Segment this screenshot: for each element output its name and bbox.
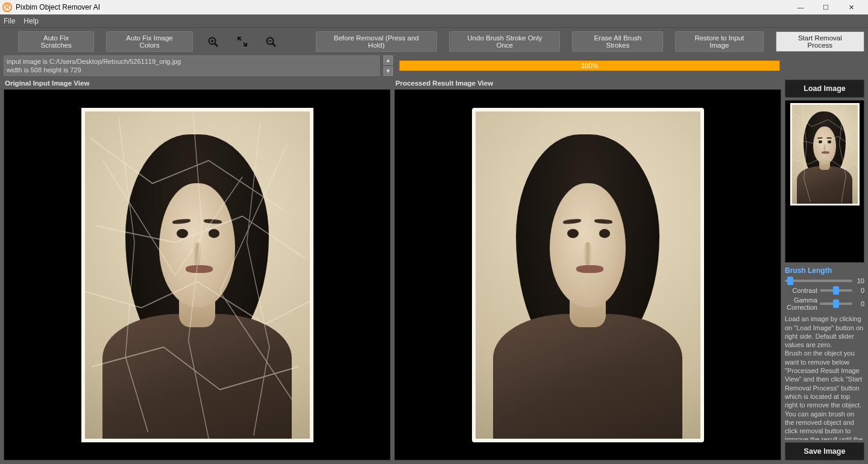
processed-image-view[interactable] [394, 89, 781, 460]
original-pane: Original Input Image View [4, 80, 391, 460]
processed-pane-label: Processed Result Image View [394, 80, 781, 87]
log-scroll: ▲ ▼ [383, 55, 393, 76]
start-removal-button[interactable]: Start Removal Process [776, 31, 864, 52]
thumbnail-photo [790, 103, 860, 205]
auto-fix-scratches-button[interactable]: Auto Fix Scratches [18, 31, 94, 52]
scroll-up-icon[interactable]: ▲ [383, 55, 393, 65]
window-title: Pixbim Object Remover AI [16, 3, 100, 11]
contrast-label: Contrast [785, 287, 817, 294]
before-removal-button[interactable]: Before Removal (Press and Hold) [316, 31, 438, 52]
maximize-icon[interactable]: ☐ [819, 4, 833, 11]
title-bar: R Pixbim Object Remover AI — ☐ ✕ [0, 0, 868, 14]
gamma-value: 0 [855, 300, 864, 307]
original-image-view[interactable] [4, 89, 391, 460]
brush-length-value: 10 [855, 277, 864, 284]
svg-line-1 [215, 43, 218, 46]
brush-length-slider[interactable]: 10 [785, 277, 864, 284]
app-logo-icon: R [2, 2, 12, 12]
menu-help[interactable]: Help [24, 17, 39, 25]
auto-fix-colors-button[interactable]: Auto Fix Image Colors [106, 31, 193, 52]
scroll-down-icon[interactable]: ▼ [383, 66, 393, 76]
restore-button[interactable]: Restore to Input Image [675, 31, 764, 52]
zoom-in-icon[interactable] [205, 36, 222, 48]
erase-all-button[interactable]: Erase All Brush Strokes [572, 31, 663, 52]
log-row: input image is C:/Users/Desktop/Retouch/… [0, 55, 868, 76]
original-pane-label: Original Input Image View [4, 80, 391, 87]
undo-brush-button[interactable]: Undo Brush Stroke Only Once [449, 31, 560, 52]
processed-pane: Processed Result Image View [394, 80, 781, 460]
main-row: Original Input Image View [0, 80, 868, 464]
side-panel: Load Image [785, 80, 864, 460]
progress-label: 100% [581, 62, 598, 69]
menu-file[interactable]: File [4, 17, 15, 25]
image-panes: Original Input Image View [4, 80, 781, 460]
original-photo [81, 108, 313, 442]
fullscreen-icon[interactable] [234, 36, 251, 48]
minimize-icon[interactable]: — [793, 4, 808, 11]
zoom-out-icon[interactable] [263, 36, 280, 48]
save-image-button[interactable]: Save Image [785, 442, 864, 460]
progress-bar: 100% [399, 60, 780, 71]
window-controls: — ☐ ✕ [793, 4, 866, 11]
load-image-button[interactable]: Load Image [785, 80, 864, 98]
contrast-value: 0 [855, 287, 864, 294]
contrast-slider[interactable]: Contrast 0 [785, 287, 864, 294]
menu-bar: File Help [0, 14, 868, 28]
brush-length-label: Brush Length [785, 266, 864, 275]
gamma-slider[interactable]: Gamma Correction 0 [785, 296, 864, 311]
toolbar: Auto Fix Scratches Auto Fix Image Colors… [0, 28, 868, 55]
processed-photo [472, 108, 704, 442]
log-output: input image is C:/Users/Desktop/Retouch/… [4, 55, 380, 76]
svg-line-5 [272, 43, 275, 46]
help-text: Load an image by clicking on "Load Image… [785, 315, 864, 440]
close-icon[interactable]: ✕ [844, 4, 858, 11]
thumbnail-view[interactable] [785, 100, 864, 263]
gamma-label: Gamma Correction [785, 296, 817, 311]
